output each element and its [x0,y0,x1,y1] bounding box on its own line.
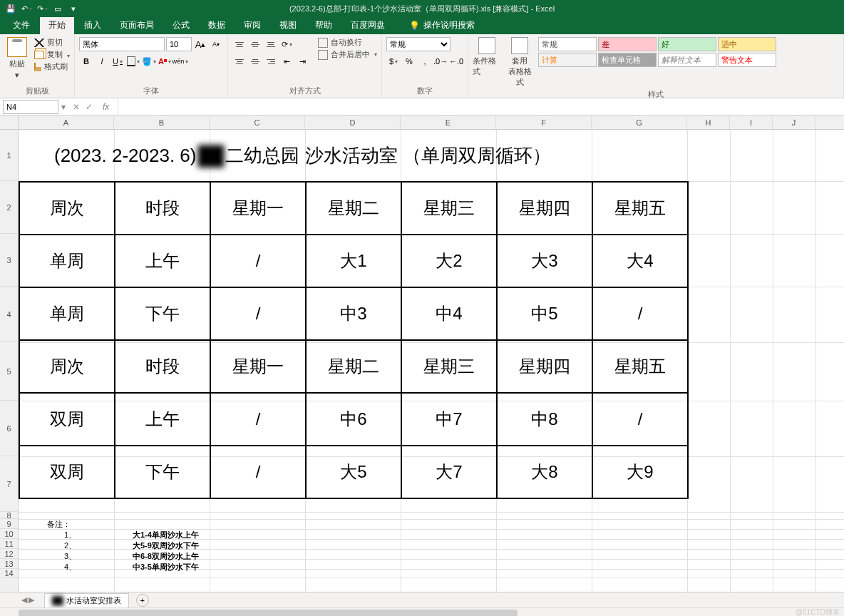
tell-me[interactable]: 💡 操作说明搜索 [401,16,483,34]
number-format-select[interactable]: 常规 [386,37,451,51]
schedule-cell[interactable]: / [210,287,306,340]
tab-insert[interactable]: 插入 [76,16,110,34]
row-header-2[interactable]: 2 [0,181,18,234]
horizontal-scrollbar[interactable]: @51CTO博客 [0,607,844,616]
schedule-cell[interactable]: 大2 [401,235,497,287]
col-header-E[interactable]: E [401,115,496,129]
qat-more-icon[interactable]: ▾ [67,2,80,15]
font-name-select[interactable] [79,37,165,51]
formula-input[interactable] [118,100,844,114]
schedule-cell[interactable]: 星期五 [592,182,688,235]
row-header-5[interactable]: 5 [0,342,18,401]
decrease-font-button[interactable]: A▾ [209,37,223,51]
align-left-button[interactable] [232,55,247,68]
schedule-cell[interactable]: 大1 [306,235,401,287]
style-bad[interactable]: 差 [598,37,657,51]
name-box-dropdown-icon[interactable]: ▾ [58,102,68,112]
row-header-4[interactable]: 4 [0,287,18,342]
align-center-button[interactable] [248,55,262,68]
font-color-button[interactable]: A [158,54,172,68]
style-good[interactable]: 好 [658,37,716,51]
col-header-H[interactable]: H [687,115,730,129]
schedule-cell[interactable]: / [210,393,306,446]
col-header-G[interactable]: G [592,115,687,129]
schedule-cell[interactable]: 大4 [592,235,688,287]
schedule-cell[interactable]: 星期三 [401,340,497,393]
accounting-format-button[interactable]: $ [386,54,401,68]
italic-button[interactable]: I [95,54,109,68]
schedule-cell[interactable]: 单周 [19,287,115,340]
schedule-cell[interactable]: 中4 [401,287,497,340]
schedule-cell[interactable]: 周次 [19,182,115,235]
col-header-F[interactable]: F [496,115,592,129]
col-header-C[interactable]: C [210,115,305,129]
schedule-cell[interactable]: 星期四 [497,182,592,235]
schedule-cell[interactable]: 中7 [401,393,497,446]
row-header-6[interactable]: 6 [0,401,18,456]
schedule-cell[interactable]: / [210,446,306,498]
schedule-cell[interactable]: 星期五 [592,340,688,393]
bold-button[interactable]: B [79,54,93,68]
schedule-cell[interactable]: 双周 [19,393,115,446]
select-all-corner[interactable] [0,115,19,129]
fill-color-button[interactable]: 🪣 [142,54,156,68]
row-header-7[interactable]: 7 [0,456,18,512]
schedule-cell[interactable]: 大8 [497,446,592,498]
sheet-next-icon[interactable]: ▶ [29,595,34,605]
schedule-cell[interactable]: 中5 [497,287,592,340]
worksheet-grid[interactable]: ABCDEFGHIJ 1234567891011121314 (2023. 2-… [0,115,844,592]
align-bottom-button[interactable] [264,38,278,51]
style-warn[interactable]: 警告文本 [718,53,776,67]
schedule-cell[interactable]: 大3 [497,235,592,287]
schedule-cell[interactable]: 单周 [19,235,115,287]
merge-center-button[interactable]: 合并后居中 [318,49,377,60]
underline-button[interactable]: U [110,54,125,68]
row-header-10[interactable]: 10 [0,529,18,539]
row-header-1[interactable]: 1 [0,130,18,181]
conditional-format-button[interactable]: 条件格式 [473,37,501,77]
style-check[interactable]: 检查单元格 [598,53,657,67]
row-header-3[interactable]: 3 [0,234,18,287]
row-header-14[interactable]: 14 [0,569,18,578]
schedule-cell[interactable]: 下午 [115,287,210,340]
schedule-cell[interactable]: 星期二 [306,340,401,393]
increase-font-button[interactable]: A▴ [193,37,207,51]
schedule-cell[interactable]: 周次 [19,340,115,393]
paste-button[interactable]: 粘贴 ▾ [4,37,30,80]
name-box[interactable] [3,100,58,114]
schedule-cell[interactable]: 下午 [115,446,210,498]
style-neutral[interactable]: 适中 [718,37,776,51]
schedule-cell[interactable]: 星期一 [210,182,306,235]
row-header-9[interactable]: 9 [0,519,18,529]
schedule-cell[interactable]: 中6 [306,393,401,446]
sheet-tab-active[interactable]: ██ 水活动室安排表 [44,593,129,607]
schedule-cell[interactable]: 星期二 [306,182,401,235]
decrease-decimal-button[interactable]: ←.0 [449,54,463,68]
tab-baidu[interactable]: 百度网盘 [342,16,393,34]
tab-formulas[interactable]: 公式 [164,16,198,34]
schedule-cell[interactable]: 星期四 [497,340,592,393]
scrollbar-thumb[interactable] [19,610,518,616]
tab-view[interactable]: 视图 [271,16,305,34]
touch-mode-icon[interactable]: ▭ [51,2,64,15]
enter-formula-icon[interactable]: ✓ [86,102,93,112]
redo-icon[interactable]: ↷ [36,2,48,15]
increase-indent-button[interactable]: ⇥ [295,54,309,68]
schedule-cell[interactable]: / [592,287,688,340]
schedule-cell[interactable]: 大9 [592,446,688,498]
tab-home[interactable]: 开始 [40,16,74,34]
style-calc[interactable]: 计算 [538,53,597,67]
schedule-cell[interactable]: 时段 [115,182,210,235]
cancel-formula-icon[interactable]: ✕ [73,102,80,112]
format-painter-button[interactable]: 格式刷 [34,61,70,72]
schedule-cell[interactable]: 大5 [306,446,401,498]
col-header-J[interactable]: J [773,115,815,129]
fx-icon[interactable]: fx [98,102,113,112]
style-normal[interactable]: 常规 [538,37,597,51]
tab-page-layout[interactable]: 页面布局 [111,16,163,34]
schedule-cell[interactable]: 星期一 [210,340,306,393]
schedule-cell[interactable]: 星期三 [401,182,497,235]
format-as-table-button[interactable]: 套用 表格格式 [505,37,534,88]
col-header-A[interactable]: A [19,115,114,129]
tab-help[interactable]: 帮助 [307,16,341,34]
